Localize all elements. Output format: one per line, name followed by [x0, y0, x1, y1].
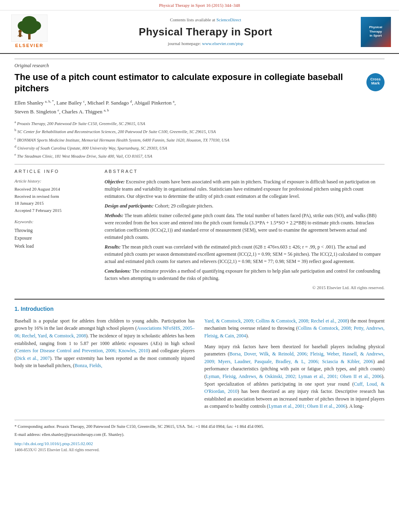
affiliation-a: a Proaxis Therapy, 200 Patewood Dr Suite…: [14, 119, 385, 127]
homepage-line: journal homepage: www.elsevier.com/ptsp: [56, 41, 356, 47]
homepage-label: journal homepage:: [168, 41, 201, 46]
doi-link[interactable]: http://dx.doi.org/10.1016/j.ptsp.2015.02…: [14, 441, 93, 446]
conclusions-text: The estimator provides a method of quant…: [105, 268, 380, 281]
design-text: Cohort; 29 collegiate pitchers.: [155, 203, 213, 209]
abstract-heading: ABSTRACT: [105, 168, 385, 175]
doi-line: http://dx.doi.org/10.1016/j.ptsp.2015.02…: [14, 441, 385, 447]
abstract-design: Design and participants: Cohort; 29 coll…: [105, 202, 385, 210]
intro-right-para1: Yard, & Comstock, 2009; Collins & Comsto…: [204, 317, 385, 340]
section-title: 1. Introduction: [14, 305, 385, 313]
main-content: Original research The use of a pitch cou…: [0, 54, 399, 461]
keyword-1: Throwing: [14, 227, 95, 235]
history-label: Article history:: [14, 178, 95, 184]
article-title-row: The use of a pitch count estimator to ca…: [14, 72, 385, 94]
article-type-label: Original research: [14, 59, 385, 69]
results-text: The mean pitch count was correlated with…: [105, 244, 381, 264]
authors-line: Ellen Shanley a, b, *, Lane Bailey c, Mi…: [14, 99, 385, 116]
journal-reference-bar: Physical Therapy in Sport 16 (2015) 344–…: [0, 0, 399, 10]
intro-left-col: Baseball is a popular sport for athletes…: [14, 317, 195, 413]
affiliations-block: a Proaxis Therapy, 200 Patewood Dr Suite…: [14, 119, 385, 159]
issn-line: 1466-853X/© 2015 Elsevier Ltd. All right…: [14, 447, 385, 453]
abstract-conclusions: Conclusions: The estimator provides a me…: [105, 267, 385, 282]
introduction-section: 1. Introduction Baseball is a popular sp…: [14, 299, 385, 413]
keywords-block: Keywords: Throwing Exposure Work load: [14, 219, 95, 250]
keyword-2: Exposure: [14, 234, 95, 242]
ref-link-3[interactable]: Dick et al., 2007: [16, 355, 50, 361]
svg-point-4: [21, 24, 37, 34]
pts-logo: PhysicalTherapyin Sport: [361, 17, 391, 47]
sciencedirect-link[interactable]: ScienceDirect: [216, 17, 241, 22]
article-info-heading: ARTICLE INFO: [14, 168, 95, 175]
corresponding-author: * Corresponding author. Proaxis Therapy,…: [14, 423, 385, 430]
keywords-label: Keywords:: [14, 219, 95, 225]
intro-right-para2: Many injury risk factors have been theor…: [204, 343, 385, 410]
elsevier-wordmark: ELSEVIER: [15, 43, 43, 49]
copyright-line: © 2015 Elsevier Ltd. All rights reserved…: [105, 284, 385, 291]
journal-center-info: Contents lists available at ScienceDirec…: [56, 17, 356, 47]
affiliation-c: c IRONMAN Sports Medicine Institute, Mem…: [14, 136, 385, 143]
ref-link-5[interactable]: Yard, & Comstock, 2009; Collins & Comsto…: [204, 318, 348, 324]
abstract-results: Results: The mean pitch count was correl…: [105, 243, 385, 265]
svg-rect-5: [28, 34, 31, 39]
keyword-3: Work load: [14, 242, 95, 251]
ref-link-7[interactable]: Borsa, Dover, Wilk, & Reinold, 2006; Fle…: [204, 351, 385, 364]
ref-link-9[interactable]: Cuff, Loud, & O'Riordan, 2010: [204, 381, 385, 394]
received-date: Received 20 August 2014 Received in revi…: [14, 186, 95, 214]
methods-text: The team athletic trainer collected game…: [105, 213, 376, 240]
abstract-col: ABSTRACT Objective: Excessive pitch coun…: [105, 168, 385, 291]
contents-label: Contents lists available at: [170, 17, 215, 22]
article-title: The use of a pitch count estimator to ca…: [14, 72, 362, 94]
author-text-2: Steven B. Singleton e, Charles A. Thigpe…: [14, 109, 109, 115]
objective-text: Excessive pitch counts have been associa…: [105, 179, 375, 199]
results-label: Results:: [105, 244, 121, 250]
ref-link-1[interactable]: Associations NFoSHS, 2005–06; Rechel, Ya…: [14, 325, 195, 339]
affiliation-e: e The Steadman Clinic, 181 West Meadow D…: [14, 152, 385, 159]
author-text: Ellen Shanley a, b, *, Lane Bailey c, Mi…: [14, 100, 176, 106]
intro-columns: Baseball is a popular sport for athletes…: [14, 317, 385, 413]
divider-1: [14, 164, 385, 164]
svg-text:Cross: Cross: [370, 77, 381, 81]
ref-link-10[interactable]: Lyman et al., 2001; Olsen II et al., 200…: [269, 403, 346, 409]
intro-right-col: Yard, & Comstock, 2009; Collins & Comsto…: [204, 317, 385, 413]
article-info-col: ARTICLE INFO Article history: Received 2…: [14, 168, 95, 291]
email-link[interactable]: ellen.shanley@proaxistherapy.com: [42, 432, 101, 437]
design-label: Design and participants:: [105, 203, 154, 209]
journal-ref-text: Physical Therapy in Sport 16 (2015) 344–…: [159, 3, 240, 8]
ref-link-2[interactable]: Centers for Disease Control and Preventi…: [16, 348, 148, 353]
ref-link-8[interactable]: Lyman, Fleisig, Andrews, & Oskinski, 200…: [206, 374, 382, 379]
intro-left-para1: Baseball is a popular sport for athletes…: [14, 317, 195, 370]
affiliation-b: b SC Center for Rehabilitation and Recon…: [14, 127, 385, 135]
contents-line: Contents lists available at ScienceDirec…: [56, 17, 356, 23]
svg-point-6: [19, 30, 22, 33]
article-info-abstract-row: ARTICLE INFO Article history: Received 2…: [14, 168, 385, 291]
journal-header: ELSEVIER Contents lists available at Sci…: [0, 10, 399, 53]
objective-label: Objective:: [105, 179, 125, 185]
section-name: Introduction: [21, 306, 54, 312]
email-line: E-mail address: ellen.shanley@proaxisthe…: [14, 431, 385, 438]
methods-label: Methods:: [105, 213, 123, 218]
journal-logo-right: PhysicalTherapyin Sport: [360, 17, 392, 47]
abstract-text: Objective: Excessive pitch counts have b…: [105, 178, 385, 291]
abstract-objective: Objective: Excessive pitch counts have b…: [105, 178, 385, 200]
crossmark-circle: Cross Mark: [366, 73, 385, 91]
homepage-url[interactable]: www.elsevier.com/ptsp: [202, 41, 243, 46]
article-history-block: Article history: Received 20 August 2014…: [14, 178, 95, 214]
keywords-list: Throwing Exposure Work load: [14, 227, 95, 251]
elsevier-logo-area: ELSEVIER: [7, 14, 51, 49]
abstract-methods: Methods: The team athletic trainer colle…: [105, 212, 385, 241]
elsevier-tree-svg: [11, 14, 47, 42]
conclusions-label: Conclusions:: [105, 268, 131, 274]
footnote-section: * Corresponding author. Proaxis Therapy,…: [14, 420, 385, 453]
ref-link-4[interactable]: Bonza, Fields,: [74, 363, 102, 368]
ref-link-6[interactable]: Collins & Comstock, 2008; Petty, Andrews…: [204, 325, 385, 339]
affiliation-d: d University of South Carolina Upstate, …: [14, 144, 385, 151]
journal-title: Physical Therapy in Sport: [56, 25, 356, 39]
section-number: 1.: [14, 306, 21, 312]
crossmark-badge: Cross Mark: [366, 73, 385, 91]
svg-text:Mark: Mark: [371, 81, 380, 85]
